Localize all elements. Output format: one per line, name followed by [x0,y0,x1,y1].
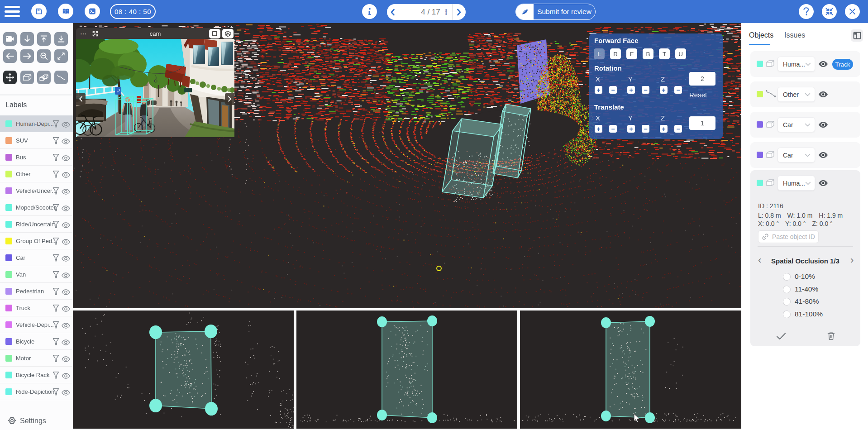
filter-icon[interactable] [52,254,59,263]
tool-expand-button[interactable] [54,49,68,63]
rotation-minus-button[interactable]: − [609,86,617,94]
rotation-minus-button[interactable]: − [642,86,649,94]
label-row[interactable]: Bus [0,149,73,166]
tool-multi-cuboid-button[interactable] [37,71,51,84]
object-class-dropdown[interactable]: Car [777,148,815,162]
translate-step-input[interactable] [689,116,715,130]
rotation-plus-button[interactable]: + [627,86,635,94]
eye-icon[interactable] [62,389,70,397]
occlusion-next-button[interactable]: › [850,254,854,266]
eye-icon[interactable] [62,272,70,280]
occlusion-radio-option[interactable]: 0-10% [783,272,815,281]
eye-icon[interactable] [62,155,70,163]
label-row[interactable]: Bicycle Rack [0,367,73,383]
tool-move-button[interactable] [3,71,17,84]
filter-icon[interactable] [52,287,59,297]
object-class-dropdown[interactable]: Huma... [777,57,815,72]
prev-image-button[interactable] [76,93,86,105]
tool-cuboid-button[interactable] [20,71,34,84]
filter-icon[interactable] [52,187,59,196]
paste-object-id-button[interactable]: Paste object ID [758,230,819,243]
label-row[interactable]: Other [0,166,73,182]
face-button-b[interactable]: B [643,48,653,59]
docs-button[interactable] [58,4,73,19]
panel-toggle-button[interactable] [851,29,863,42]
object-class-dropdown[interactable]: Other [777,87,815,102]
tab-issues[interactable]: Issues [784,31,805,39]
eye-icon[interactable] [62,373,70,381]
save-button[interactable] [31,4,47,19]
rotation-step-input[interactable] [689,72,715,86]
rotation-plus-button[interactable]: + [595,86,602,94]
confirm-button[interactable] [776,332,786,342]
rotation-plus-button[interactable]: + [660,86,668,94]
eye-icon[interactable] [62,255,70,263]
tool-zoom-out-button[interactable] [37,49,51,63]
eye-icon[interactable] [62,239,70,247]
filter-icon[interactable] [52,120,59,129]
label-row[interactable]: Moped/Scooter [0,199,73,216]
label-row[interactable]: Bicycle [0,333,73,350]
delete-button[interactable] [827,332,835,342]
tool-camera-view-button[interactable] [3,32,17,46]
occlusion-radio-option[interactable]: 11-40% [783,285,818,293]
visibility-eye-button[interactable] [818,121,828,130]
visibility-eye-button[interactable] [818,61,828,69]
label-row[interactable]: Ride/Uncertain [0,216,73,233]
frame-kebab-icon[interactable]: ••• [444,9,448,15]
filter-icon[interactable] [52,170,59,180]
eye-icon[interactable] [62,205,70,213]
filter-icon[interactable] [52,321,59,330]
filter-icon[interactable] [52,153,59,163]
filter-icon[interactable] [52,388,59,397]
translate-plus-button[interactable]: + [595,125,602,133]
fullscreen-icon[interactable] [92,31,98,37]
object-class-dropdown[interactable]: Car [777,117,815,132]
tool-undo-button[interactable] [3,49,17,63]
label-row[interactable]: Motor [0,350,73,367]
label-row[interactable]: Truck [0,300,73,316]
filter-icon[interactable] [52,354,59,364]
reset-button[interactable]: Reset [689,91,707,99]
label-row[interactable]: Vehicle-Depi... [0,316,73,333]
track-button[interactable]: Track [832,59,853,70]
tool-redo-button[interactable] [20,49,34,63]
filter-icon[interactable] [52,137,59,146]
submit-for-review-button[interactable]: Submit for review [515,4,596,20]
filter-icon[interactable] [52,371,59,381]
eye-icon[interactable] [62,172,70,180]
tool-polyline-button[interactable] [54,71,68,84]
tool-view-bottom-button[interactable] [54,32,68,46]
help-button[interactable] [799,4,814,19]
face-button-r[interactable]: R [610,48,621,59]
label-row[interactable]: Van [0,266,73,283]
rotation-minus-button[interactable]: − [674,86,682,94]
menu-icon[interactable] [5,6,20,17]
translate-minus-button[interactable]: − [642,125,649,133]
label-row[interactable]: Pedestrian [0,283,73,300]
collapse-button[interactable] [822,4,837,19]
object-card[interactable]: Huma...Track [750,51,860,77]
filter-icon[interactable] [52,220,59,230]
face-button-u[interactable]: U [675,48,686,59]
label-row[interactable]: Car [0,249,73,266]
face-button-l[interactable]: L [594,48,605,59]
object-card-selected[interactable]: Huma...ID : 2116L: 0.8 mW: 1.0 mH: 1.9 m… [750,170,860,346]
face-button-t[interactable]: T [659,48,670,59]
occlusion-radio-option[interactable]: 41-80% [783,297,819,306]
eye-icon[interactable] [62,121,70,129]
ortho-view-side[interactable] [296,311,517,429]
settings-button[interactable]: Settings [8,416,46,425]
label-row[interactable]: SUV [0,132,73,149]
filter-icon[interactable] [52,204,59,213]
info-button[interactable] [362,4,377,19]
filter-icon[interactable] [52,237,59,247]
close-button[interactable] [845,4,860,19]
eye-icon[interactable] [62,289,70,297]
eye-icon[interactable] [62,306,70,314]
translate-plus-button[interactable]: + [627,125,635,133]
ortho-view-front[interactable] [520,311,741,429]
visibility-eye-button[interactable] [818,91,828,100]
eye-icon[interactable] [62,339,70,347]
kebab-icon[interactable]: ••• [81,32,87,36]
